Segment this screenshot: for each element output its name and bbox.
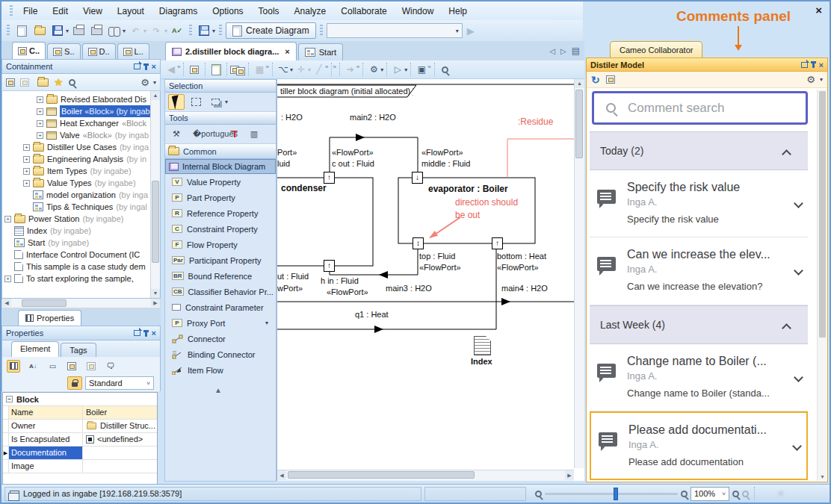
property-row-documentation[interactable]: ▶Documentation (3, 447, 157, 460)
expand-icon[interactable]: + (23, 180, 30, 187)
tree-item[interactable]: +To start exploring the sample, (2, 273, 160, 284)
tab-start[interactable]: Start (298, 43, 343, 60)
palette-item-item-flow[interactable]: Item Flow (165, 362, 276, 378)
menu-collaborate[interactable]: Collaborate (334, 3, 393, 19)
tab-containment[interactable]: C.. (12, 42, 46, 59)
port-middle[interactable]: ↓ (412, 172, 423, 184)
palette-item-bound-reference[interactable]: BRBound Reference (165, 268, 276, 284)
expand-icon[interactable]: + (37, 132, 43, 139)
menu-layout[interactable]: Layout (111, 3, 151, 19)
close-panel-icon[interactable]: × (152, 63, 156, 70)
tab-element[interactable]: Element (11, 341, 59, 357)
scroll-left-icon[interactable]: ◀ (2, 299, 11, 307)
overflow-icon[interactable]: » (265, 63, 268, 70)
refresh-icon[interactable]: ↻ (591, 74, 600, 86)
palette-item-flow-property[interactable]: FFlow Property (165, 237, 276, 252)
tab-cameo-collaborator[interactable]: Cameo Collaborator (610, 41, 702, 58)
comment-item[interactable]: Can we increase the elev... Inga A. Can … (590, 237, 808, 305)
show-comments-icon[interactable] (606, 75, 615, 84)
diagram-options-gear-icon[interactable]: ⚙ (366, 62, 381, 77)
close-panel-icon[interactable]: × (819, 61, 824, 69)
create-diagram-button[interactable]: Create Diagram (226, 22, 316, 39)
zoom-slider[interactable] (545, 493, 678, 495)
section-today[interactable]: Today (2) (590, 131, 808, 170)
expand-icon[interactable]: + (37, 108, 43, 115)
collaborator-dropdown-icon[interactable]: ▾ (820, 76, 823, 83)
float-panel-icon[interactable] (801, 62, 808, 68)
palette-item-value-property[interactable]: VValue Property (165, 174, 276, 190)
zoom-slider-thumb[interactable] (614, 488, 618, 500)
show-containment-icon[interactable] (187, 62, 202, 77)
overflow-icon[interactable]: » (356, 63, 359, 70)
expand-comment-icon[interactable] (794, 199, 803, 208)
palette-item-connector[interactable]: Connector (165, 331, 276, 346)
selection-dropdown-icon[interactable]: ▾ (225, 99, 228, 105)
scroll-left-icon[interactable]: ◀ (277, 470, 286, 480)
tree-item[interactable]: model organization(by inga (2, 189, 160, 201)
refactor-icon[interactable]: ➔ (343, 62, 358, 77)
scrollbar-thumb[interactable] (22, 299, 67, 307)
layout-dropdown-icon[interactable]: ▾ (290, 66, 293, 73)
expand-comment-icon[interactable] (794, 373, 803, 382)
tree-item[interactable]: Interface Control Document (IC (2, 249, 160, 261)
property-row-image[interactable]: Image (3, 460, 157, 473)
collapse-nodes-icon[interactable] (84, 360, 98, 373)
collapse-section-icon[interactable] (782, 149, 791, 159)
expand-icon[interactable]: + (23, 168, 30, 175)
index-shortcut-label[interactable]: Index (471, 357, 492, 366)
property-value[interactable]: Distiller Struc... (100, 420, 155, 432)
property-value[interactable]: Boiler (83, 406, 157, 419)
find-dropdown-icon[interactable]: ▾ (123, 28, 126, 34)
sort-alphabetically-icon[interactable]: A↓ (26, 360, 40, 373)
common-section-header[interactable]: Common (165, 144, 276, 159)
show-documentation-icon[interactable]: 🗨 (104, 360, 117, 373)
comment-search-box[interactable] (592, 91, 808, 125)
proxy-port-dropdown-icon[interactable]: ▾ (265, 320, 268, 326)
palette-item-participant-property[interactable]: ParParticipant Property (165, 252, 276, 268)
zoom-in-icon[interactable] (681, 491, 688, 497)
overflow-icon[interactable]: » (427, 63, 430, 70)
expand-icon[interactable]: + (37, 120, 43, 127)
menu-edit[interactable]: Edit (46, 3, 75, 19)
tab-tags[interactable]: Tags (61, 343, 96, 357)
index-shortcut-icon[interactable] (474, 336, 491, 355)
tab-list-icon[interactable]: ▤ (572, 46, 580, 56)
edit-diagram-icon[interactable] (208, 62, 223, 77)
comment-item[interactable]: Specify the risk value Inga A. Specify t… (590, 170, 808, 237)
run-dropdown-icon[interactable]: ▾ (404, 66, 407, 73)
publish-icon[interactable] (196, 23, 212, 39)
scroll-up-icon[interactable]: ▲ (575, 79, 584, 88)
menu-window[interactable]: Window (395, 3, 441, 19)
zoom-level-combobox[interactable]: 100%˅ (691, 487, 729, 501)
close-tab-icon[interactable]: × (285, 47, 289, 56)
undo-dropdown-icon[interactable]: ▾ (143, 28, 146, 34)
property-row-name[interactable]: NameBoiler (3, 406, 157, 420)
window-layout-icon[interactable]: ▣ (414, 62, 429, 77)
tab-properties[interactable]: Properties (18, 310, 81, 326)
search-icon[interactable] (69, 79, 75, 86)
scroll-down-icon[interactable]: ▼ (151, 289, 160, 298)
open-icon[interactable] (31, 23, 48, 39)
pin-panel-icon[interactable] (145, 330, 147, 337)
related-elements-icon[interactable] (230, 62, 245, 77)
previous-tab-icon[interactable]: ◁ (549, 47, 555, 55)
marquee-select-icon[interactable] (188, 94, 204, 110)
tree-item[interactable]: Index(by ingabe) (2, 225, 160, 237)
print-preview-icon[interactable] (88, 23, 105, 39)
tree-item[interactable]: +Item Types(by ingabe) (2, 165, 160, 177)
diagram-canvas[interactable]: tiller block diagram (initial allocated)… (277, 79, 584, 481)
redo-dropdown-icon[interactable]: ▾ (164, 28, 167, 34)
fit-in-window-icon[interactable] (732, 491, 739, 497)
new-file-icon[interactable] (13, 23, 30, 39)
options-dropdown-icon[interactable]: ▾ (153, 79, 156, 86)
evaporator-part-label[interactable]: evaporator : Boiler (428, 184, 508, 194)
tree-item[interactable]: +Distiller Use Cases(by inga (2, 141, 160, 153)
palette-item-part-property[interactable]: PPart Property (165, 190, 276, 205)
tab-diagrams[interactable]: D.. (82, 43, 116, 59)
layout-tree-icon[interactable]: ⌥ (276, 62, 291, 77)
lock-icon[interactable] (67, 376, 82, 390)
options-gear-icon[interactable]: ⚙ (140, 78, 149, 87)
quick-layout-icon[interactable]: ✛ (294, 62, 309, 77)
condenser-part-label[interactable]: condenser (281, 183, 327, 193)
canvas-horizontal-scrollbar[interactable]: ◀ ▶ (277, 470, 574, 481)
